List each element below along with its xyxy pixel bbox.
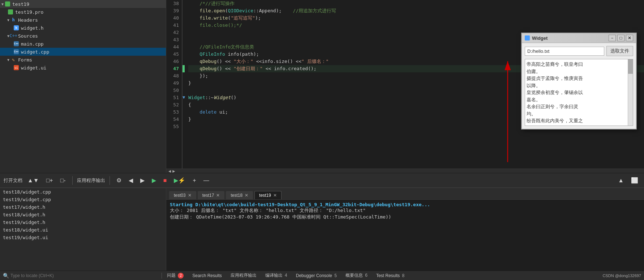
toolbar-add-btn[interactable]: □+ — [44, 176, 55, 185]
toolbar-run-btn[interactable]: ▶ — [150, 175, 158, 185]
bottom-tabs-bar: 🔍 问题 2 Search Results 应用程序输出 编译输出 4 Debu… — [0, 271, 644, 280]
toolbar-stop-btn[interactable]: ■ — [161, 176, 169, 185]
widget-text-line: 纷吾既有此内美兮，又重之 — [527, 117, 631, 124]
close-tab-icon[interactable]: ✕ — [273, 193, 277, 198]
widget-input-row: D:/hello.txt 选取文件 — [525, 46, 633, 56]
app-output-label: 应用程序输出 — [77, 177, 105, 184]
bottom-tab-debugger[interactable]: Debugger Console 5 — [292, 272, 340, 279]
widget-scrollbar[interactable] — [628, 59, 633, 126]
widget-icon — [525, 35, 530, 41]
toolbar-minus-btn[interactable]: — — [201, 176, 211, 185]
toolbar-fullscreen-btn[interactable]: ⬜ — [629, 175, 640, 185]
pro-icon — [7, 9, 14, 15]
sidebar-item-label: widget.h — [21, 25, 44, 31]
toolbar-open-doc-label: 打开文档 — [4, 177, 22, 184]
sidebar-item-label: widget.cpp — [21, 49, 49, 55]
bottom-tab-test[interactable]: Test Results 8 — [373, 272, 408, 279]
scroll-left-icon[interactable]: ◀ — [168, 169, 171, 173]
recent-file-item[interactable]: test19/widget.cpp — [0, 196, 166, 203]
recent-file-item[interactable]: test18/widget.ui — [0, 226, 166, 234]
toolbar-plus-btn[interactable]: + — [190, 176, 198, 185]
tab-label: test19 — [259, 193, 271, 198]
toolbar-config-btn[interactable]: ⚙ — [114, 175, 124, 185]
output-content: Starting D:\bite\qt\code\build-test19-De… — [166, 200, 644, 271]
sidebar-item-label: Headers — [18, 17, 38, 23]
arrow-icon: ▼ — [1, 2, 4, 6]
sidebar-item-forms[interactable]: ▼ ✎ Forms — [0, 56, 166, 64]
close-button[interactable]: ✕ — [626, 35, 633, 41]
locate-input[interactable] — [10, 273, 159, 278]
output-tab-test03[interactable]: test03 ✕ — [169, 191, 196, 199]
widget-text-line: 皇览揆余初度兮，肇锡余以 — [527, 89, 631, 96]
filepath-input[interactable]: D:/hello.txt — [525, 47, 604, 56]
toolbar-arrows-btn[interactable]: ▲▼ — [25, 176, 41, 185]
h-file-icon: h — [13, 25, 20, 31]
toolbar-remove-btn[interactable]: □- — [58, 176, 68, 185]
sidebar-item-label: widget.ui — [21, 65, 46, 71]
output-tab-test17[interactable]: test17 ✕ — [198, 191, 225, 199]
output-line: 大小： 2081 后缀名： "txt" 文件名称： "hello.txt" 文件… — [170, 207, 640, 214]
issues-badge: 2 — [178, 273, 184, 279]
bottom-tab-issues[interactable]: 问题 2 — [163, 272, 187, 279]
widget-scrollbar-thumb — [628, 59, 633, 74]
sidebar-item-widgetui[interactable]: ui widget.ui — [0, 64, 166, 72]
close-tab-icon[interactable]: ✕ — [188, 193, 192, 198]
recent-files-list: test18/widget.cpp test19/widget.cpp test… — [0, 188, 166, 271]
output-tab-test19[interactable]: test19 ✕ — [254, 191, 282, 199]
file-tree: ▼ test19 test19.pro ▼ h Headers h w — [0, 0, 166, 173]
tab-label: test03 — [174, 193, 186, 198]
recent-file-item[interactable]: test18/widget.cpp — [0, 188, 166, 196]
folder-green-icon — [4, 1, 11, 7]
bottom-tab-summary[interactable]: 概要信息 6 — [342, 272, 371, 279]
bottom-toolbar: 打开文档 ▲▼ □+ □- 应用程序输出 ⚙ ◀ ▶ ▶ ■ ▶⚡ + — ▲ … — [0, 173, 644, 187]
sidebar-item-headers[interactable]: ▼ h Headers — [0, 16, 166, 24]
widget-text-line: 伯庸。 — [527, 68, 631, 75]
scroll-right-icon[interactable]: ▶ — [172, 169, 175, 173]
widget-controls: － □ ✕ — [609, 35, 633, 41]
horizontal-scrollbar[interactable]: ◀ ▶ — [166, 169, 644, 173]
toolbar-next-btn[interactable]: ▶ — [138, 175, 147, 185]
sources-folder-icon: C++ — [10, 33, 17, 39]
ui-file-icon: ui — [13, 64, 20, 71]
toolbar-run-debug-btn[interactable]: ▶⚡ — [172, 175, 188, 185]
recent-file-item[interactable]: test19/widget.ui — [0, 234, 166, 241]
bottom-tab-appoutput[interactable]: 应用程序输出 — [227, 272, 260, 279]
recent-file-item[interactable]: test17/widget.h — [0, 203, 166, 211]
sidebar-item-sources[interactable]: ▼ C++ Sources — [0, 32, 166, 40]
sidebar-item-maincpp[interactable]: C++ main.cpp — [0, 40, 166, 48]
bottom-tab-search[interactable]: Search Results — [189, 272, 225, 279]
cpp-file-icon: C++ — [13, 48, 20, 55]
output-tabs: test03 ✕ test17 ✕ test18 ✕ test19 ✕ — [166, 188, 644, 200]
output-line: 创建日期： QDateTime(2023-07-03 19:26:49.768 … — [170, 214, 640, 220]
csdn-label: CSDN @dong132697 — [602, 273, 641, 278]
sidebar-item-widgeth[interactable]: h widget.h — [0, 24, 166, 32]
arrow-icon: ▼ — [7, 58, 9, 62]
widget-text-line: 名余曰正则兮，字余曰灵 — [527, 103, 631, 110]
recent-file-item[interactable]: test18/widget.h — [0, 211, 166, 219]
select-file-button[interactable]: 选取文件 — [606, 46, 633, 56]
toolbar-prev-btn[interactable]: ◀ — [126, 175, 135, 185]
arrow-icon: ▼ — [7, 18, 9, 22]
search-icon: 🔍 — [3, 273, 9, 279]
sidebar-item-label: test19.pro — [15, 9, 43, 15]
headers-folder-icon: h — [10, 17, 17, 23]
close-tab-icon[interactable]: ✕ — [245, 193, 248, 198]
toolbar-separator-2 — [110, 176, 110, 185]
sidebar-item-label: Forms — [18, 57, 32, 63]
bottom-tab-compile[interactable]: 编译输出 4 — [262, 272, 291, 279]
sidebar-item-label: test19 — [12, 1, 29, 7]
minimize-button[interactable]: － — [609, 35, 616, 41]
recent-file-item[interactable]: test19/widget.h — [0, 219, 166, 226]
tab-label: test18 — [231, 193, 242, 198]
tab-label: test17 — [202, 193, 214, 198]
widget-window: Widget － □ ✕ D:/hello.txt 选取文件 帝高阳之苗裔兮，联… — [521, 33, 637, 130]
toolbar-expand-btn[interactable]: ▲ — [616, 176, 626, 185]
maximize-button[interactable]: □ — [617, 35, 624, 41]
output-tab-test18[interactable]: test18 ✕ — [226, 191, 253, 199]
code-editor: 38 39 40 41 42 43 44 45 46 47 48 49 50 5… — [166, 0, 644, 173]
widget-text-display: 帝高阳之苗裔兮，联皇考曰 伯庸。 摄提贞于孟陬兮，惟庚寅吾 以降。 皇览揆余初度… — [525, 59, 633, 126]
close-tab-icon[interactable]: ✕ — [216, 193, 220, 198]
sidebar-item-test19[interactable]: ▼ test19 — [0, 0, 166, 8]
sidebar-item-test19pro[interactable]: test19.pro — [0, 8, 166, 16]
sidebar-item-widgetcpp[interactable]: C++ widget.cpp — [0, 48, 166, 56]
